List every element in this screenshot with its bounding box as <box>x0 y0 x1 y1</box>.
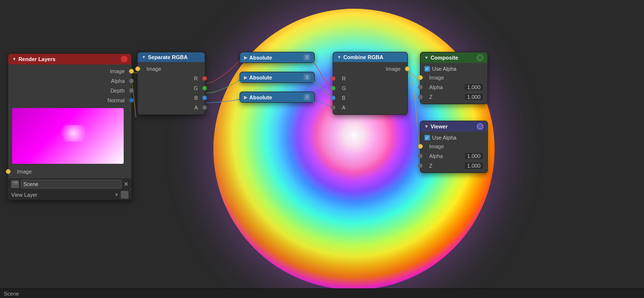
header-arrow: ▼ <box>337 55 341 60</box>
viewer-header: ▼ Viewer <box>420 121 487 132</box>
separate-rgba-body: Image R G B A <box>138 62 205 114</box>
panel-composite: ▼ Composite ✓ Use Alpha Image Alpha 1.00… <box>420 52 488 104</box>
composite-use-alpha-row: ✓ Use Alpha <box>420 65 487 73</box>
viewer-socket-z[interactable] <box>418 163 423 168</box>
composite-image-label: Image <box>424 75 483 80</box>
socket-row-alpha: Alpha <box>8 76 131 86</box>
view-layer-icon[interactable] <box>121 191 129 199</box>
combine-rgba-body: Image R G B A <box>333 62 407 114</box>
socket-row-b-out: B <box>138 93 205 103</box>
panel-combine-rgba: ▼ Combine RGBA Image R G B A <box>333 52 408 115</box>
composite-icon <box>477 54 483 61</box>
combine-rgba-title: Combine RGBA <box>343 54 384 60</box>
composite-use-alpha-checkbox[interactable]: ✓ <box>424 66 430 72</box>
separate-rgba-title: Separate RGBA <box>148 54 188 60</box>
header-arrow: ▶ <box>244 95 247 100</box>
socket-row-depth: Depth <box>8 86 131 95</box>
absolute-2-btn[interactable]: II <box>304 74 310 80</box>
render-layers-title: Render Layers <box>18 56 55 62</box>
socket-depth-out[interactable] <box>129 88 134 93</box>
socket-a-out[interactable] <box>202 105 207 110</box>
composite-socket-alpha[interactable] <box>418 85 423 90</box>
render-preview <box>12 108 124 164</box>
separate-rgba-header: ▼ Separate RGBA <box>138 52 205 62</box>
composite-socket-row-alpha: Alpha 1.000 <box>420 82 487 92</box>
socket-row-normal: Normal <box>8 95 131 105</box>
viewer-z-value[interactable]: 1.000 <box>464 162 483 170</box>
absolute-1-btn[interactable]: II <box>304 54 310 61</box>
socket-b-in[interactable] <box>331 95 336 100</box>
composite-socket-row-image: Image <box>420 73 487 82</box>
composite-alpha-label: Alpha <box>424 84 464 90</box>
status-bar: Scene <box>0 288 644 298</box>
scene-input[interactable] <box>21 180 122 188</box>
composite-socket-z[interactable] <box>418 94 423 99</box>
socket-b-out[interactable] <box>202 95 207 100</box>
b-out-label: B <box>142 95 201 101</box>
scene-close-button[interactable]: ✕ <box>124 181 129 188</box>
socket-row-img-in: Image <box>138 64 205 74</box>
viewer-body: ✓ Use Alpha Image Alpha 1.000 Z 1.000 <box>420 132 487 173</box>
viewer-icon <box>477 123 483 130</box>
viewer-use-alpha-checkbox[interactable]: ✓ <box>424 135 430 141</box>
panel-separate-rgba: ▼ Separate RGBA Image R G B A <box>137 52 205 115</box>
socket-row-r-in: R <box>333 74 407 83</box>
panel-absolute-2: ▶ Absolute II <box>240 72 315 83</box>
panel-render-layers: ▼ Render Layers Image Alpha Depth Normal <box>8 53 132 200</box>
composite-use-alpha-label: Use Alpha <box>432 66 456 72</box>
header-arrow: ▼ <box>142 55 146 60</box>
header-arrow: ▶ <box>244 55 247 60</box>
socket-image-out[interactable] <box>129 69 134 74</box>
socket-label-image: Image <box>12 68 128 74</box>
socket-label-depth: Depth <box>12 88 128 94</box>
viewer-z-label: Z <box>424 163 464 169</box>
absolute-2-title: Absolute <box>249 75 272 80</box>
scene-bar: 🎬 ✕ <box>8 178 131 190</box>
panel-absolute-1: ▶ Absolute II <box>240 52 315 63</box>
viewer-image-label: Image <box>424 143 483 149</box>
socket-g-in[interactable] <box>331 86 336 91</box>
scene-icon: 🎬 <box>11 180 19 188</box>
socket-label-normal: Normal <box>12 97 128 103</box>
absolute-3-header: ▶ Absolute II <box>240 92 314 102</box>
node-editor-canvas[interactable]: ▼ Render Layers Image Alpha Depth Normal <box>0 0 644 298</box>
view-layer-label: View Layer <box>11 192 113 198</box>
viewer-use-alpha-row: ✓ Use Alpha <box>420 134 487 141</box>
socket-img-in[interactable] <box>135 66 140 71</box>
socket-row-img-out: Image <box>333 64 407 74</box>
socket-row-a-out: A <box>138 103 205 112</box>
socket-alpha-out[interactable] <box>129 78 134 83</box>
render-layers-body: Image Alpha Depth Normal <box>8 64 131 178</box>
composite-alpha-value[interactable]: 1.000 <box>464 83 483 91</box>
viewer-socket-row-image: Image <box>420 141 487 151</box>
panel-absolute-3: ▶ Absolute II <box>240 92 315 103</box>
composite-z-value[interactable]: 1.000 <box>464 93 483 101</box>
composite-z-label: Z <box>424 94 464 100</box>
socket-a-in[interactable] <box>331 105 336 110</box>
socket-row-g-in: G <box>333 83 407 93</box>
socket-img-out[interactable] <box>405 66 410 71</box>
socket-r-in[interactable] <box>331 76 336 81</box>
viewer-socket-row-z: Z 1.000 <box>420 161 487 171</box>
absolute-3-btn[interactable]: II <box>304 94 310 100</box>
view-layer-bar: View Layer ▼ <box>8 190 131 200</box>
viewer-socket-alpha[interactable] <box>418 154 423 158</box>
socket-row-r-out: R <box>138 74 205 83</box>
status-scene-label: Scene <box>4 291 19 297</box>
composite-socket-image[interactable] <box>418 75 423 80</box>
composite-socket-row-z: Z 1.000 <box>420 92 487 102</box>
panel-viewer: ▼ Viewer ✓ Use Alpha Image Alpha 1.000 Z… <box>420 121 488 173</box>
socket-r-out[interactable] <box>202 76 207 81</box>
socket-normal-out[interactable] <box>129 98 134 103</box>
viewer-socket-image[interactable] <box>418 144 423 149</box>
header-arrow: ▼ <box>12 57 16 62</box>
socket-row-a-in: A <box>333 103 407 112</box>
viewer-alpha-value[interactable]: 1.000 <box>464 152 483 160</box>
socket-row-g-out: G <box>138 83 205 93</box>
socket-row-b-in: B <box>333 93 407 103</box>
absolute-3-title: Absolute <box>249 94 272 100</box>
header-arrow: ▼ <box>424 55 429 60</box>
composite-header: ▼ Composite <box>420 52 487 63</box>
socket-g-out[interactable] <box>202 86 207 91</box>
socket-image-bottom[interactable] <box>6 169 11 174</box>
